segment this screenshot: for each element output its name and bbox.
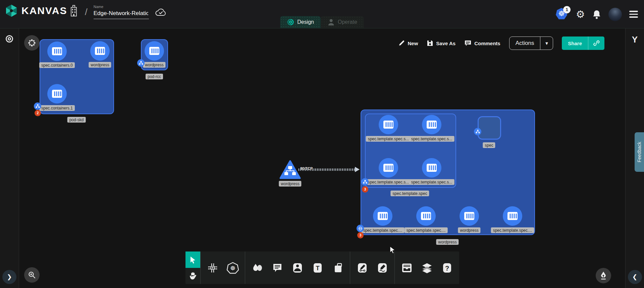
pen-nib-button[interactable] — [596, 268, 611, 283]
collapse-right-panel-button[interactable]: ❮ — [628, 270, 642, 284]
design-canvas[interactable]: New Save As Comments — [19, 28, 625, 288]
kanvas-hexagon-icon — [5, 4, 18, 17]
design-spiral-icon — [287, 18, 294, 26]
save-floppy-icon — [427, 40, 433, 47]
left-sidebar-strip: ❯ — [0, 28, 19, 288]
service-node[interactable] — [279, 160, 301, 181]
name-field-label: Name — [94, 5, 149, 9]
edge-arrowhead — [355, 167, 360, 172]
relationship-badge-icon[interactable] — [361, 178, 369, 186]
node-label-chip: spec.template.spec.... — [361, 227, 405, 233]
tool-text-icon[interactable]: T — [309, 258, 326, 278]
node-label-chip: wordpress — [89, 62, 111, 68]
comments-button[interactable]: Comments — [464, 40, 500, 47]
tab-operate-label: Operate — [338, 19, 357, 25]
sync-spiral-icon[interactable] — [5, 34, 14, 45]
svg-text:☸: ☸ — [230, 265, 235, 272]
mouse-cursor — [389, 246, 396, 256]
relationship-badge-icon[interactable] — [34, 102, 41, 110]
spec-node[interactable] — [478, 116, 501, 140]
zoom-search-button[interactable] — [24, 267, 40, 283]
node-label-chip: spec.template.spec.s... — [366, 179, 411, 185]
design-action-bar: New Save As Comments — [398, 37, 604, 50]
save-as-button-label: Save As — [436, 41, 455, 46]
tool-pan-hand[interactable] — [185, 268, 200, 284]
container-node[interactable] — [460, 206, 479, 226]
tool-help-icon[interactable]: ? — [438, 258, 456, 278]
container-node[interactable] — [416, 206, 436, 226]
organization-icon[interactable] — [69, 5, 79, 17]
tool-media-icon[interactable] — [289, 258, 306, 278]
container-node[interactable] — [379, 158, 398, 177]
tab-design[interactable]: Design — [280, 16, 321, 28]
container-node[interactable] — [379, 115, 398, 134]
y-panel-icon[interactable]: Y — [632, 34, 638, 45]
kanvas-app: KANVAS / Name — [0, 0, 644, 288]
tool-pen-icon[interactable] — [354, 258, 371, 278]
container-node[interactable] — [145, 41, 164, 61]
container-node[interactable] — [503, 206, 522, 226]
tool-kubernetes-icon[interactable]: ☸ — [224, 258, 241, 278]
comment-icon — [464, 40, 472, 47]
node-label-chip: spec.template.spec.... — [405, 227, 448, 233]
kubernetes-context-switcher[interactable]: ☸ 1 — [556, 8, 569, 21]
save-as-button[interactable]: Save As — [427, 40, 455, 47]
design-name-field: Name — [94, 5, 149, 19]
error-count-badge[interactable]: 3 — [357, 232, 364, 238]
container-node[interactable] — [90, 41, 110, 61]
tool-shapes-icon[interactable] — [249, 258, 266, 278]
settings-gear-icon[interactable]: ⚙ — [576, 8, 585, 20]
node-label-chip: spec.template.spec.s... — [409, 179, 454, 185]
node-label-chip: spec.containers.0 — [39, 62, 75, 68]
actions-caret-icon[interactable]: ▼ — [540, 37, 553, 50]
relationship-badge-icon[interactable] — [474, 128, 481, 135]
actions-dropdown-button[interactable]: Actions ▼ — [509, 37, 553, 50]
tool-drawer-icon[interactable] — [398, 258, 416, 278]
feedback-label: Feedback — [637, 142, 642, 162]
feedback-tab[interactable]: Feedback — [635, 132, 644, 172]
tool-select-cursor[interactable] — [185, 251, 200, 268]
design-name-input[interactable] — [94, 9, 149, 19]
container-node[interactable] — [422, 158, 441, 177]
template-spec-label-chip: spec.template.spec — [390, 191, 429, 196]
tool-layers-icon[interactable] — [418, 258, 436, 278]
node-label-chip: wordpress — [458, 227, 480, 233]
tool-pencil-draw-icon[interactable] — [374, 258, 391, 278]
tab-operate[interactable]: Operate — [321, 16, 364, 28]
canvas-toolbar: ☸ T — [185, 251, 459, 284]
relationship-badge-icon[interactable] — [137, 59, 145, 67]
pod-rcc-label-chip: pod-rcc — [146, 74, 163, 79]
container-node[interactable] — [373, 206, 392, 226]
actions-button-label: Actions — [509, 37, 540, 50]
notifications-bell-icon[interactable] — [592, 10, 601, 19]
copy-link-icon[interactable] — [588, 37, 604, 50]
new-button[interactable]: New — [398, 40, 418, 47]
container-node[interactable] — [422, 115, 441, 134]
tool-components-icon[interactable] — [204, 258, 221, 278]
error-count-badge[interactable]: 2 — [35, 110, 41, 116]
tool-note-icon[interactable] — [329, 258, 346, 278]
edge-port-label: 80/TCP — [300, 166, 313, 170]
tool-comment-icon[interactable] — [269, 258, 286, 278]
container-node[interactable] — [47, 42, 67, 61]
node-label-chip: spec.template.spec.... — [491, 227, 534, 233]
canvas-widgets-button[interactable] — [24, 35, 40, 51]
breadcrumb-separator: / — [85, 7, 88, 17]
spec-label-chip: spec — [483, 142, 495, 148]
saved-to-cloud-icon — [155, 8, 166, 18]
share-button[interactable]: Share — [562, 37, 604, 50]
user-avatar[interactable] — [608, 8, 622, 21]
svg-text:T: T — [316, 265, 320, 272]
service-label-chip: wordpress — [279, 181, 301, 187]
web-relationship-badge-icon[interactable] — [357, 225, 364, 232]
container-node[interactable] — [47, 84, 67, 103]
pencil-new-icon — [398, 40, 405, 47]
header-bar: KANVAS / Name — [0, 0, 644, 28]
menu-hamburger-icon[interactable] — [629, 11, 638, 18]
expand-left-panel-button[interactable]: ❯ — [2, 270, 16, 284]
kanvas-logo[interactable]: KANVAS — [5, 4, 67, 17]
comments-button-label: Comments — [474, 41, 500, 46]
operate-person-icon — [327, 18, 335, 26]
error-count-badge[interactable]: 3 — [362, 186, 368, 193]
header-context: / Name — [69, 5, 166, 19]
